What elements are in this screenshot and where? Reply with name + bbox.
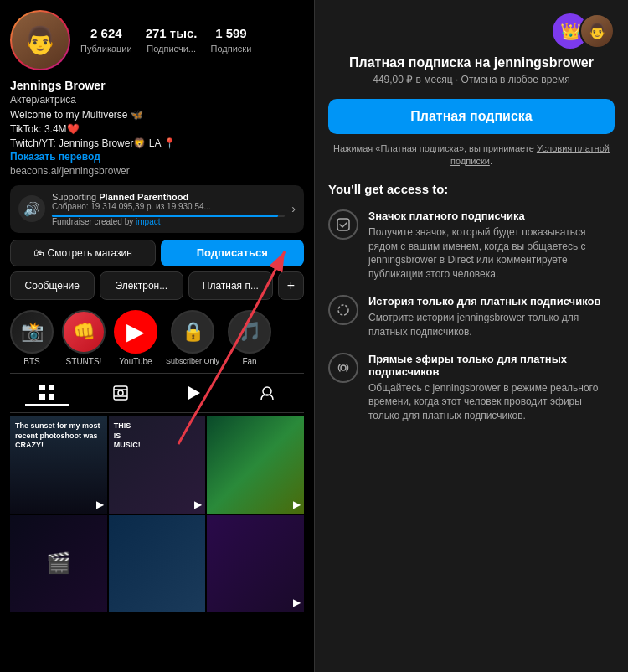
grid-item[interactable]: THISISMUSIC! ▶	[109, 416, 206, 514]
svg-rect-10	[337, 219, 349, 230]
shop-icon: 🛍	[33, 247, 44, 259]
access-badge-desc: Получите значок, который будет показыват…	[368, 225, 615, 282]
play-icon: ▶	[194, 499, 202, 510]
svg-rect-1	[49, 385, 54, 390]
fundraiser-icon: 🔊	[18, 195, 45, 222]
fundraiser-widget[interactable]: 🔊 Supporting Planned Parenthood Собрано:…	[10, 185, 304, 233]
paid-button[interactable]: Платная п...	[188, 271, 273, 300]
right-subtitle: 449,00 ₽ в месяц · Отмена в любое время	[328, 74, 615, 85]
right-avatar: 👨	[579, 13, 615, 49]
svg-rect-0	[39, 385, 45, 390]
access-live-title: Прямые эфиры только для платных подписчи…	[368, 353, 615, 378]
stat-posts: 2 624 Публикации	[80, 26, 132, 55]
play-icon: ▶	[96, 499, 104, 510]
access-title: You'll get access to:	[328, 182, 615, 196]
subscriber-badge-icon	[328, 209, 358, 240]
tab-reels[interactable]	[99, 380, 142, 406]
highlight-subscriber[interactable]: 🔒 Subscriber Only	[166, 310, 219, 366]
svg-rect-4	[114, 386, 127, 400]
live-icon	[328, 353, 358, 383]
right-title: Платная подписка на jenningsbrower	[328, 55, 615, 70]
terms-link[interactable]: Условия платной подписки	[450, 143, 610, 166]
play-icon: ▶	[293, 499, 301, 510]
access-item-stories: История только для платных подписчиков С…	[328, 295, 615, 339]
paid-subscribe-button[interactable]: Платная подписка	[328, 99, 615, 134]
action-row-2: Сообщение Электрон... Платная п... +	[10, 271, 304, 300]
access-stories-title: История только для платных подписчиков	[368, 295, 615, 308]
stat-following: 1 599 Подписки	[211, 26, 252, 55]
tab-play[interactable]	[172, 380, 215, 406]
tab-tagged[interactable]	[245, 380, 289, 406]
fundraiser-arrow-icon[interactable]: ›	[291, 202, 296, 215]
svg-rect-2	[39, 394, 45, 400]
terms-text: Нажимая «Платная подписка», вы принимает…	[328, 142, 615, 168]
stats-row: 2 624 Публикации 271 тыс. Подписчи... 1 …	[80, 26, 251, 55]
access-badge-title: Значок платного подписчика	[368, 209, 615, 222]
posts-grid: The sunset for my mostrecent photoshoot …	[10, 416, 304, 612]
profile-info: Jennings Brower Актер/актриса Welcome to…	[10, 79, 304, 178]
avatar[interactable]: 👨	[10, 10, 70, 70]
svg-rect-3	[49, 394, 54, 400]
grid-item[interactable]: ▶	[207, 515, 304, 613]
highlight-youtube[interactable]: ▶ YouTube	[114, 310, 157, 366]
profile-name: Jennings Brower	[10, 79, 304, 92]
play-icon: ▶	[293, 597, 301, 608]
fundraiser-text: Supporting Planned Parenthood Собрано: 1…	[52, 192, 285, 226]
highlight-stunts[interactable]: 👊 STUNTS!	[62, 310, 106, 366]
grid-item[interactable]: ▶	[207, 416, 304, 514]
svg-point-11	[338, 305, 348, 315]
profile-bio: Welcome to my Multiverse 🦋 TikTok: 3.4M❤…	[10, 108, 304, 178]
right-panel: 👑 👨 Платная подписка на jenningsbrower 4…	[314, 0, 628, 672]
svg-marker-8	[188, 386, 200, 400]
access-stories-desc: Смотрите истории jenningsbrower только д…	[368, 311, 615, 339]
access-live-desc: Общайтесь с jenningsbrower в режиме реал…	[368, 381, 615, 423]
access-item-live: Прямые эфиры только для платных подписчи…	[328, 353, 615, 423]
message-button[interactable]: Сообщение	[10, 271, 95, 300]
left-panel: 👨 2 624 Публикации 271 тыс. Подписчи... …	[0, 0, 314, 672]
nav-tabs	[10, 373, 304, 413]
right-panel-header: 👑 👨	[328, 13, 615, 49]
tab-grid[interactable]	[25, 380, 69, 406]
subscribe-button[interactable]: Подписаться	[161, 240, 305, 266]
action-row-1: 🛍 Смотреть магазин Подписаться	[10, 240, 304, 266]
stories-icon	[328, 295, 358, 325]
story-highlights: 📸 BTS 👊 STUNTS! ▶ YouTube 🔒 Subscriber O…	[10, 310, 304, 366]
add-button[interactable]: +	[278, 271, 304, 300]
svg-point-5	[118, 390, 123, 395]
email-button[interactable]: Электрон...	[100, 271, 184, 300]
grid-item[interactable]: The sunset for my mostrecent photoshoot …	[10, 416, 107, 514]
highlight-bts[interactable]: 📸 BTS	[10, 310, 54, 366]
highlight-fan[interactable]: 🎵 Fan	[228, 310, 271, 366]
shop-button[interactable]: 🛍 Смотреть магазин	[10, 240, 156, 266]
stat-followers: 271 тыс. Подписчи...	[146, 26, 198, 55]
access-item-badge: Значок платного подписчика Получите знач…	[328, 209, 615, 282]
profile-header: 👨 2 624 Публикации 271 тыс. Подписчи... …	[10, 10, 304, 70]
svg-point-12	[341, 365, 346, 370]
grid-item[interactable]	[109, 515, 206, 613]
grid-item[interactable]: 🎬	[10, 515, 107, 613]
profile-role: Актер/актриса	[10, 94, 304, 106]
